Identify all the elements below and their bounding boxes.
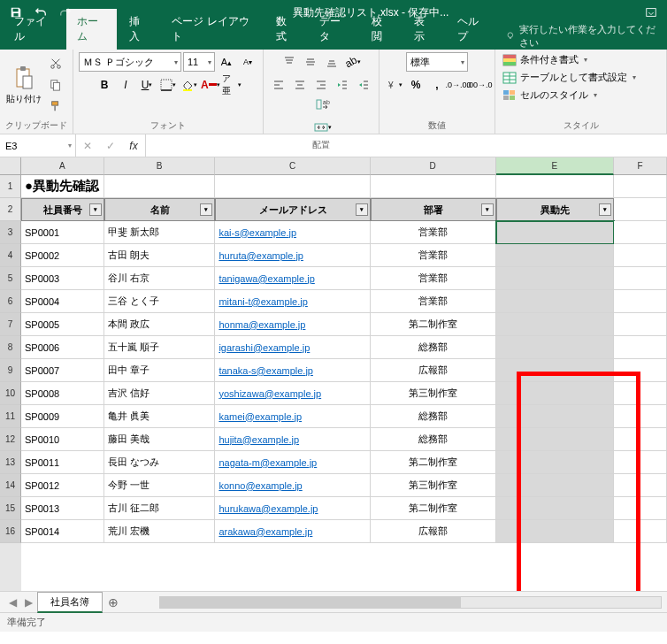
row-header[interactable]: 15 [0,497,21,520]
tab-formulas[interactable]: 数式 [265,9,306,50]
row-header[interactable]: 3 [0,221,21,244]
employee-name-cell[interactable]: 古田 朗夫 [104,244,216,267]
cell[interactable] [614,474,667,497]
destination-cell[interactable] [496,474,615,497]
department-cell[interactable]: 総務部 [371,405,496,428]
employee-name-cell[interactable]: 五十嵐 順子 [104,336,216,359]
email-cell[interactable]: nagata-m@example.jp [215,451,371,474]
conditional-format-button[interactable]: 条件付き書式 [501,52,587,67]
row-header[interactable]: 6 [0,290,21,313]
employee-id-cell[interactable]: SP0005 [21,313,104,336]
email-cell[interactable]: yoshizawa@example.jp [215,382,371,405]
row-header[interactable]: 10 [0,382,21,405]
font-color-button[interactable]: A▾ [201,75,220,95]
department-cell[interactable]: 第二制作室 [371,451,496,474]
number-format-select[interactable]: 標準 [406,52,468,72]
italic-button[interactable]: I [116,75,135,95]
row-header[interactable]: 2 [0,198,21,221]
format-as-table-button[interactable]: テーブルとして書式設定 [501,70,636,85]
email-cell[interactable]: honma@example.jp [215,313,371,336]
row-header[interactable]: 9 [0,359,21,382]
cell[interactable] [614,175,667,198]
row-header[interactable]: 1 [0,175,21,198]
align-bottom-button[interactable] [322,52,341,72]
department-cell[interactable]: 営業部 [371,221,496,244]
scrollbar-thumb[interactable] [160,597,461,608]
row-header[interactable]: 7 [0,313,21,336]
employee-name-cell[interactable]: 長田 なつみ [104,451,216,474]
tab-help[interactable]: ヘルプ [447,9,497,50]
destination-cell[interactable] [496,497,615,520]
table-column-header[interactable]: メールアドレス▾ [215,198,371,221]
format-painter-button[interactable] [46,96,65,116]
employee-id-cell[interactable]: SP0009 [21,405,104,428]
align-center-button[interactable] [290,75,310,95]
destination-cell[interactable] [496,244,615,267]
cell-styles-button[interactable]: セルのスタイル [501,88,597,103]
phonetic-button[interactable]: ア亜▾ [222,75,242,95]
employee-id-cell[interactable]: SP0014 [21,520,104,543]
employee-name-cell[interactable]: 吉沢 信好 [104,382,216,405]
destination-cell[interactable] [496,290,615,313]
row-header[interactable]: 8 [0,336,21,359]
table-column-header[interactable]: 部署▾ [371,198,496,221]
employee-name-cell[interactable]: 谷川 右京 [104,267,216,290]
destination-cell[interactable] [496,428,615,451]
sheet-nav-prev[interactable]: ◀ [5,596,19,609]
email-cell[interactable]: kai-s@example.jp [215,221,371,244]
row-header[interactable]: 5 [0,267,21,290]
employee-id-cell[interactable]: SP0010 [21,428,104,451]
email-cell[interactable]: tanaka-s@example.jp [215,359,371,382]
sheet-tab[interactable]: 社員名簿 [37,592,103,613]
redo-icon[interactable] [55,3,76,22]
sheet-nav-next[interactable]: ▶ [21,596,35,609]
employee-id-cell[interactable]: SP0008 [21,382,104,405]
comma-button[interactable]: , [427,75,447,95]
table-column-header[interactable]: 異動先▾ [496,198,615,221]
department-cell[interactable]: 第三制作室 [371,382,496,405]
employee-id-cell[interactable]: SP0004 [21,290,104,313]
employee-name-cell[interactable]: 田中 章子 [104,359,216,382]
tab-review[interactable]: 校閲 [361,9,402,50]
employee-id-cell[interactable]: SP0012 [21,474,104,497]
cell[interactable] [614,244,667,267]
tab-page-layout[interactable]: ページ レイアウト [161,9,264,50]
email-cell[interactable]: igarashi@example.jp [215,336,371,359]
department-cell[interactable]: 広報部 [371,520,496,543]
align-middle-button[interactable] [301,52,320,72]
cell[interactable] [496,175,615,198]
cell[interactable] [371,175,496,198]
underline-button[interactable]: U▾ [137,75,157,95]
select-all-corner[interactable] [0,157,21,175]
employee-id-cell[interactable]: SP0003 [21,267,104,290]
destination-cell[interactable] [496,221,615,244]
cancel-formula-button[interactable]: ✕ [76,134,99,157]
email-cell[interactable]: arakawa@example.jp [215,520,371,543]
insert-function-button[interactable]: fx [122,134,145,157]
font-size-select[interactable]: 11 [183,52,215,72]
cell[interactable] [215,175,371,198]
email-cell[interactable]: konno@example.jp [215,474,371,497]
employee-id-cell[interactable]: SP0002 [21,244,104,267]
cell[interactable] [614,198,667,221]
department-cell[interactable]: 第二制作室 [371,497,496,520]
cell[interactable] [614,313,667,336]
destination-cell[interactable] [496,405,615,428]
filter-icon[interactable]: ▾ [89,203,102,216]
employee-name-cell[interactable]: 今野 一世 [104,474,216,497]
employee-name-cell[interactable]: 荒川 宏機 [104,520,216,543]
destination-cell[interactable] [496,313,615,336]
cell[interactable] [614,405,667,428]
font-name-select[interactable]: ＭＳ Ｐゴシック [79,52,181,72]
employee-id-cell[interactable]: SP0001 [21,221,104,244]
email-cell[interactable]: hujita@example.jp [215,428,371,451]
destination-cell[interactable] [496,359,615,382]
table-column-header[interactable]: 社員番号▾ [21,198,104,221]
column-header[interactable]: D [371,157,496,175]
filter-icon[interactable]: ▾ [200,203,212,216]
column-header[interactable]: B [104,157,216,175]
destination-cell[interactable] [496,382,615,405]
department-cell[interactable]: 第三制作室 [371,474,496,497]
row-header[interactable]: 14 [0,474,21,497]
employee-name-cell[interactable]: 亀井 眞美 [104,405,216,428]
